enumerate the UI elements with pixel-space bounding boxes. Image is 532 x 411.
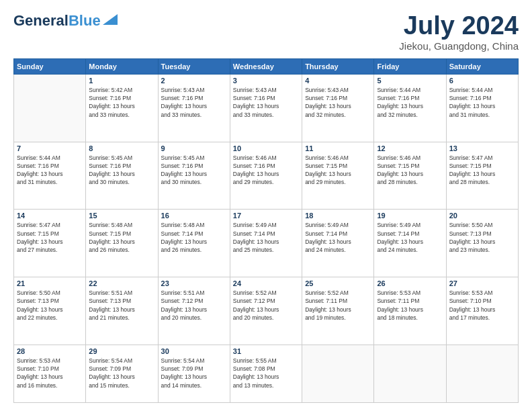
day-number: 15 (89, 212, 154, 220)
table-row: 30Sunrise: 5:54 AMSunset: 7:09 PMDayligh… (158, 345, 230, 402)
day-number: 6 (449, 77, 515, 85)
day-number: 25 (305, 279, 371, 287)
day-info: Sunrise: 5:53 AMSunset: 7:10 PMDaylight:… (17, 357, 83, 390)
day-number: 17 (233, 212, 299, 220)
table-row: 1Sunrise: 5:42 AMSunset: 7:16 PMDaylight… (86, 74, 158, 142)
day-number: 23 (161, 279, 227, 287)
table-row: 17Sunrise: 5:49 AMSunset: 7:14 PMDayligh… (230, 210, 302, 277)
day-info: Sunrise: 5:44 AMSunset: 7:16 PMDaylight:… (377, 86, 443, 119)
day-number: 19 (377, 212, 443, 220)
day-info: Sunrise: 5:48 AMSunset: 7:14 PMDaylight:… (161, 221, 227, 254)
table-row: 10Sunrise: 5:46 AMSunset: 7:16 PMDayligh… (230, 142, 302, 210)
day-number: 1 (89, 77, 154, 85)
day-info: Sunrise: 5:51 AMSunset: 7:12 PMDaylight:… (161, 289, 227, 322)
calendar-title: July 2024 (399, 12, 519, 40)
col-tuesday: Tuesday (158, 58, 230, 74)
table-row (374, 345, 446, 402)
col-monday: Monday (86, 58, 158, 74)
table-row (302, 345, 374, 402)
day-info: Sunrise: 5:49 AMSunset: 7:14 PMDaylight:… (377, 221, 443, 254)
table-row: 26Sunrise: 5:53 AMSunset: 7:11 PMDayligh… (374, 277, 446, 345)
day-number: 22 (89, 279, 154, 287)
day-info: Sunrise: 5:42 AMSunset: 7:16 PMDaylight:… (89, 86, 154, 119)
day-info: Sunrise: 5:47 AMSunset: 7:15 PMDaylight:… (17, 221, 83, 254)
table-row: 24Sunrise: 5:52 AMSunset: 7:12 PMDayligh… (230, 277, 302, 345)
day-info: Sunrise: 5:49 AMSunset: 7:14 PMDaylight:… (305, 221, 371, 254)
table-row: 18Sunrise: 5:49 AMSunset: 7:14 PMDayligh… (302, 210, 374, 277)
day-info: Sunrise: 5:44 AMSunset: 7:16 PMDaylight:… (449, 86, 515, 119)
calendar-location: Jiekou, Guangdong, China (399, 40, 519, 52)
table-row: 9Sunrise: 5:45 AMSunset: 7:16 PMDaylight… (158, 142, 230, 210)
table-row: 22Sunrise: 5:51 AMSunset: 7:13 PMDayligh… (86, 277, 158, 345)
table-row: 31Sunrise: 5:55 AMSunset: 7:08 PMDayligh… (230, 345, 302, 402)
table-row (14, 74, 86, 142)
day-info: Sunrise: 5:53 AMSunset: 7:10 PMDaylight:… (449, 289, 515, 322)
col-wednesday: Wednesday (230, 58, 302, 74)
table-row: 8Sunrise: 5:45 AMSunset: 7:16 PMDaylight… (86, 142, 158, 210)
col-saturday: Saturday (446, 58, 518, 74)
day-info: Sunrise: 5:55 AMSunset: 7:08 PMDaylight:… (233, 357, 299, 390)
table-row: 13Sunrise: 5:47 AMSunset: 7:15 PMDayligh… (446, 142, 518, 210)
day-number: 2 (161, 77, 227, 85)
svg-marker-0 (103, 14, 118, 25)
day-info: Sunrise: 5:43 AMSunset: 7:16 PMDaylight:… (233, 86, 299, 119)
page: GeneralBlue July 2024 Jiekou, Guangdong,… (0, 0, 532, 411)
day-info: Sunrise: 5:46 AMSunset: 7:16 PMDaylight:… (233, 154, 299, 187)
day-info: Sunrise: 5:51 AMSunset: 7:13 PMDaylight:… (89, 289, 154, 322)
day-number: 14 (17, 212, 83, 220)
day-number: 29 (89, 347, 154, 355)
day-number: 9 (161, 144, 227, 152)
table-row: 25Sunrise: 5:52 AMSunset: 7:11 PMDayligh… (302, 277, 374, 345)
day-info: Sunrise: 5:48 AMSunset: 7:15 PMDaylight:… (89, 221, 154, 254)
logo-icon (103, 14, 118, 25)
day-number: 30 (161, 347, 227, 355)
day-info: Sunrise: 5:50 AMSunset: 7:13 PMDaylight:… (449, 221, 515, 254)
day-info: Sunrise: 5:54 AMSunset: 7:09 PMDaylight:… (161, 357, 227, 390)
day-number: 4 (305, 77, 371, 85)
day-number: 27 (449, 279, 515, 287)
table-row: 27Sunrise: 5:53 AMSunset: 7:10 PMDayligh… (446, 277, 518, 345)
table-row: 16Sunrise: 5:48 AMSunset: 7:14 PMDayligh… (158, 210, 230, 277)
day-info: Sunrise: 5:46 AMSunset: 7:15 PMDaylight:… (377, 154, 443, 187)
table-row: 4Sunrise: 5:43 AMSunset: 7:16 PMDaylight… (302, 74, 374, 142)
table-row: 7Sunrise: 5:44 AMSunset: 7:16 PMDaylight… (14, 142, 86, 210)
day-info: Sunrise: 5:50 AMSunset: 7:13 PMDaylight:… (17, 289, 83, 322)
table-row: 2Sunrise: 5:43 AMSunset: 7:16 PMDaylight… (158, 74, 230, 142)
day-number: 5 (377, 77, 443, 85)
day-number: 12 (377, 144, 443, 152)
table-row: 3Sunrise: 5:43 AMSunset: 7:16 PMDaylight… (230, 74, 302, 142)
table-row: 19Sunrise: 5:49 AMSunset: 7:14 PMDayligh… (374, 210, 446, 277)
day-number: 31 (233, 347, 299, 355)
day-info: Sunrise: 5:45 AMSunset: 7:16 PMDaylight:… (89, 154, 154, 187)
day-number: 21 (17, 279, 83, 287)
col-thursday: Thursday (302, 58, 374, 74)
logo: GeneralBlue (13, 12, 118, 30)
day-number: 24 (233, 279, 299, 287)
calendar-header-row: Sunday Monday Tuesday Wednesday Thursday… (14, 58, 519, 74)
table-row: 15Sunrise: 5:48 AMSunset: 7:15 PMDayligh… (86, 210, 158, 277)
calendar-table: Sunday Monday Tuesday Wednesday Thursday… (13, 58, 519, 403)
day-info: Sunrise: 5:43 AMSunset: 7:16 PMDaylight:… (161, 86, 227, 119)
day-info: Sunrise: 5:45 AMSunset: 7:16 PMDaylight:… (161, 154, 227, 187)
day-number: 8 (89, 144, 154, 152)
table-row: 12Sunrise: 5:46 AMSunset: 7:15 PMDayligh… (374, 142, 446, 210)
day-number: 28 (17, 347, 83, 355)
day-info: Sunrise: 5:54 AMSunset: 7:09 PMDaylight:… (89, 357, 154, 390)
day-number: 13 (449, 144, 515, 152)
table-row: 20Sunrise: 5:50 AMSunset: 7:13 PMDayligh… (446, 210, 518, 277)
title-block: July 2024 Jiekou, Guangdong, China (399, 12, 519, 52)
day-info: Sunrise: 5:53 AMSunset: 7:11 PMDaylight:… (377, 289, 443, 322)
day-info: Sunrise: 5:49 AMSunset: 7:14 PMDaylight:… (233, 221, 299, 254)
day-number: 3 (233, 77, 299, 85)
day-number: 10 (233, 144, 299, 152)
day-number: 16 (161, 212, 227, 220)
header: GeneralBlue July 2024 Jiekou, Guangdong,… (13, 12, 519, 52)
col-friday: Friday (374, 58, 446, 74)
table-row: 28Sunrise: 5:53 AMSunset: 7:10 PMDayligh… (14, 345, 86, 402)
logo-text: GeneralBlue (13, 12, 101, 30)
day-number: 11 (305, 144, 371, 152)
day-info: Sunrise: 5:52 AMSunset: 7:11 PMDaylight:… (305, 289, 371, 322)
day-info: Sunrise: 5:52 AMSunset: 7:12 PMDaylight:… (233, 289, 299, 322)
day-info: Sunrise: 5:47 AMSunset: 7:15 PMDaylight:… (449, 154, 515, 187)
table-row: 29Sunrise: 5:54 AMSunset: 7:09 PMDayligh… (86, 345, 158, 402)
